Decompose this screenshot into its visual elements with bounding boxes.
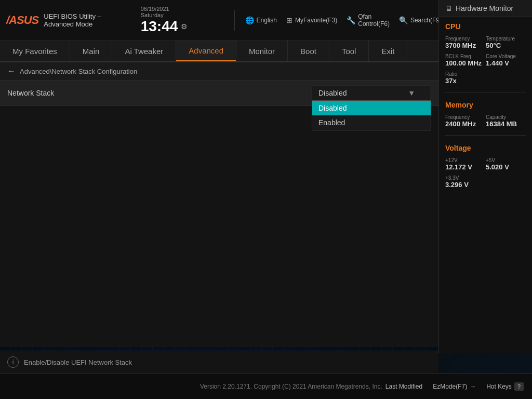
- dropdown-container: Disabled ▼ Disabled Enabled: [312, 86, 431, 100]
- cpu-ratio-value: 37x: [445, 77, 482, 85]
- favorite-icon: ⊞: [286, 16, 292, 24]
- nav-ai-tweaker[interactable]: Ai Tweaker: [112, 41, 176, 61]
- cpu-core-voltage-label: Core Voltage: [486, 54, 522, 59]
- my-favorite-btn[interactable]: ⊞ MyFavorite(F3): [286, 16, 337, 24]
- option-disabled[interactable]: Disabled: [312, 101, 431, 115]
- vertical-divider: [234, 10, 235, 31]
- breadcrumb: ← Advanced\Network Stack Configuration: [0, 62, 438, 81]
- last-modified-btn[interactable]: Last Modified: [385, 383, 422, 390]
- time-text: 13:44: [141, 18, 178, 35]
- cpu-bclk-label: BCLK Freq: [445, 54, 482, 59]
- cpu-temperature-label: Temperature: [486, 36, 522, 42]
- monitor-icon: 🖥: [445, 4, 453, 12]
- back-button[interactable]: ←: [7, 66, 16, 76]
- dropdown-options: Disabled Enabled: [312, 100, 431, 130]
- date-text: 06/19/2021Saturday: [141, 6, 169, 18]
- network-stack-dropdown[interactable]: Disabled ▼: [312, 86, 431, 100]
- memory-frequency-label: Frequency: [445, 114, 482, 120]
- hw-monitor-header: 🖥 Hardware Monitor: [439, 0, 532, 17]
- dropdown-current-value: Disabled: [318, 89, 347, 97]
- language-label: English: [257, 17, 277, 24]
- cpu-ratio-label: Ratio: [445, 71, 482, 77]
- voltage-5v-label: +5V: [486, 157, 522, 163]
- network-stack-label: Network Stack: [7, 89, 54, 97]
- cpu-frequency-label: Frequency: [445, 36, 482, 42]
- network-stack-row: Network Stack Disabled ▼ Disabled Enable…: [0, 81, 438, 106]
- voltage-33v: +3.3V 3.296 V: [445, 175, 482, 189]
- cpu-frequency-value: 3700 MHz: [445, 42, 482, 49]
- nav-boot[interactable]: Boot: [288, 41, 329, 61]
- memory-capacity: Capacity 16384 MB: [486, 114, 522, 128]
- main-content: ← Advanced\Network Stack Configuration N…: [0, 62, 438, 347]
- voltage-section-title: Voltage: [439, 139, 532, 155]
- search-icon: 🔍: [399, 16, 408, 24]
- hot-keys-btn[interactable]: Hot Keys ?: [486, 382, 524, 391]
- qfan-btn[interactable]: 🔧 Qfan Control(F6): [347, 13, 390, 28]
- hardware-monitor-panel: 🖥 Hardware Monitor CPU Frequency 3700 MH…: [438, 0, 532, 353]
- memory-capacity-label: Capacity: [486, 114, 522, 120]
- language-selector[interactable]: 🌐 English: [245, 16, 277, 24]
- voltage-12v-value: 12.172 V: [445, 163, 482, 171]
- memory-section-title: Memory: [439, 96, 532, 112]
- voltage-33v-label: +3.3V: [445, 175, 482, 181]
- chevron-down-icon: ▼: [408, 89, 415, 97]
- search-label: Search(F9): [410, 17, 442, 24]
- cpu-section-title: CPU: [439, 17, 532, 34]
- info-text: Enable/Disable UEFI Network Stack: [24, 358, 132, 366]
- fan-icon: 🔧: [347, 16, 355, 24]
- bios-title: UEFI BIOS Utility – Advanced Mode: [44, 12, 132, 28]
- info-bar: i Enable/Disable UEFI Network Stack: [0, 351, 438, 373]
- voltage-5v: +5V 5.020 V: [486, 157, 522, 171]
- info-icon: i: [7, 356, 19, 368]
- nav-tool[interactable]: Tool: [329, 41, 369, 61]
- gear-icon[interactable]: ⚙: [181, 22, 188, 31]
- time-area: 13:44 ⚙: [141, 18, 188, 35]
- logo-area: /ASUS UEFI BIOS Utility – Advanced Mode: [6, 12, 132, 28]
- footer: Version 2.20.1271. Copyright (C) 2021 Am…: [0, 373, 532, 399]
- voltage-12v-label: +12V: [445, 157, 482, 163]
- qfan-label: Qfan Control(F6): [358, 13, 390, 28]
- nav-my-favorites[interactable]: My Favorites: [0, 41, 70, 61]
- voltage-stats: +12V 12.172 V +5V 5.020 V +3.3V 3.296 V: [439, 155, 532, 193]
- breadcrumb-path: Advanced\Network Stack Configuration: [20, 68, 137, 75]
- ez-mode-arrow-icon: →: [470, 383, 476, 390]
- footer-version: Version 2.20.1271. Copyright (C) 2021 Am…: [197, 383, 385, 390]
- memory-frequency-value: 2400 MHz: [445, 120, 482, 128]
- footer-right: Last Modified EzMode(F7) → Hot Keys ?: [385, 382, 524, 391]
- ez-mode-btn[interactable]: EzMode(F7) →: [433, 383, 476, 390]
- option-enabled[interactable]: Enabled: [312, 115, 431, 130]
- memory-voltage-divider: [445, 135, 526, 136]
- cpu-bclk: BCLK Freq 100.00 MHz: [445, 54, 482, 67]
- cpu-temperature-value: 50°C: [486, 42, 522, 49]
- last-modified-label: Last Modified: [385, 383, 422, 390]
- voltage-33v-value: 3.296 V: [445, 181, 482, 189]
- memory-frequency: Frequency 2400 MHz: [445, 114, 482, 128]
- cpu-ratio: Ratio 37x: [445, 71, 482, 85]
- nav-exit[interactable]: Exit: [369, 41, 407, 61]
- cpu-frequency: Frequency 3700 MHz: [445, 36, 482, 49]
- hot-keys-label: Hot Keys: [486, 383, 512, 390]
- memory-stats: Frequency 2400 MHz Capacity 16384 MB: [439, 112, 532, 132]
- globe-icon: 🌐: [245, 16, 254, 24]
- memory-capacity-value: 16384 MB: [486, 120, 522, 128]
- cpu-bclk-value: 100.00 MHz: [445, 59, 482, 67]
- voltage-12v: +12V 12.172 V: [445, 157, 482, 171]
- cpu-memory-divider: [445, 92, 526, 92]
- voltage-5v-value: 5.020 V: [486, 163, 522, 171]
- search-btn[interactable]: 🔍 Search(F9): [399, 16, 442, 24]
- cpu-temperature: Temperature 50°C: [486, 36, 522, 49]
- cpu-core-voltage-value: 1.440 V: [486, 59, 522, 67]
- cpu-stats: Frequency 3700 MHz Temperature 50°C BCLK…: [439, 34, 532, 89]
- nav-advanced[interactable]: Advanced: [176, 41, 236, 61]
- ez-mode-label: EzMode(F7): [433, 383, 467, 390]
- my-favorite-label: MyFavorite(F3): [295, 17, 337, 24]
- datetime-area: 06/19/2021Saturday 13:44 ⚙: [141, 6, 224, 35]
- cpu-core-voltage: Core Voltage 1.440 V: [486, 54, 522, 67]
- hotkeys-icon: ?: [514, 382, 524, 391]
- nav-main[interactable]: Main: [70, 41, 113, 61]
- asus-logo: /ASUS: [6, 14, 38, 27]
- hw-monitor-title: Hardware Monitor: [456, 4, 513, 12]
- nav-monitor[interactable]: Monitor: [236, 41, 288, 61]
